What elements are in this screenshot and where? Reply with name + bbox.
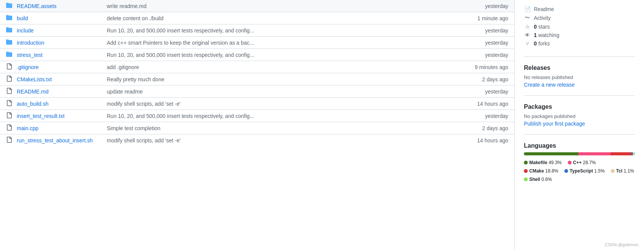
file-time: 14 hours ago xyxy=(455,101,508,107)
file-name-link[interactable]: introduction xyxy=(17,40,44,46)
packages-heading: Packages xyxy=(524,103,635,110)
lang-label: TypeScript 1.5% xyxy=(570,168,605,174)
lang-segment-cmake xyxy=(610,152,631,155)
fork-icon: ⑂ xyxy=(524,40,531,47)
file-name-link[interactable]: run_stress_test_about_insert.sh xyxy=(17,137,93,144)
lang-item: TypeScript 1.5% xyxy=(564,168,605,174)
file-commit-message: Really pretty much done xyxy=(101,76,455,82)
file-commit-message: Add c++ smart Pointers to keep the origi… xyxy=(101,40,455,46)
lang-segment-shell xyxy=(634,152,635,155)
file-name-link[interactable]: build xyxy=(17,15,28,21)
file-row: CMakeLists.txtReally pretty much done2 d… xyxy=(0,73,514,85)
file-commit-message: Run 10, 20, and 500,000 insert tests res… xyxy=(101,27,455,34)
language-bar xyxy=(524,152,635,155)
lang-item: CMake 18.8% xyxy=(524,168,558,174)
file-row: .gitignoreadd .gitignore9 minutes ago xyxy=(0,61,514,73)
file-icon xyxy=(6,124,14,132)
lang-dot xyxy=(524,177,528,181)
file-icon xyxy=(6,76,14,83)
file-time: yesterday xyxy=(455,52,508,58)
forks-row: ⑂ 0 forks xyxy=(524,40,635,47)
folder-icon xyxy=(6,15,14,22)
file-row: introductionAdd c++ smart Pointers to ke… xyxy=(0,37,514,49)
create-release-link[interactable]: Create a new release xyxy=(524,82,575,88)
watermark: CSDN @golemon. xyxy=(605,242,639,247)
lang-dot xyxy=(524,161,528,165)
star-icon: ☆ xyxy=(524,24,531,30)
lang-item: Makefile 49.3% xyxy=(524,160,562,165)
file-row: includeRun 10, 20, and 500,000 insert te… xyxy=(0,24,514,37)
file-row: main.cppSimple test completion2 days ago xyxy=(0,122,514,134)
file-name-link[interactable]: include xyxy=(17,27,34,34)
folder-icon xyxy=(6,2,14,10)
folder-icon xyxy=(6,27,14,34)
file-time: 14 hours ago xyxy=(455,137,508,144)
file-row: README.mdupdate readmeyesterday xyxy=(0,85,514,98)
file-time: yesterday xyxy=(455,89,508,95)
activity-row[interactable]: 〜 Activity xyxy=(524,15,635,21)
file-time: yesterday xyxy=(455,113,508,119)
file-icon xyxy=(6,112,14,119)
lang-dot xyxy=(564,169,568,173)
file-name-link[interactable]: main.cpp xyxy=(17,125,39,131)
readme-icon: 📄 xyxy=(524,6,531,12)
file-row: builddelete content on ./build1 minute a… xyxy=(0,12,514,24)
publish-package-link[interactable]: Publish your first package xyxy=(524,121,585,127)
lang-label: C++ 28.7% xyxy=(573,160,596,165)
lang-dot xyxy=(611,169,615,173)
file-time: 9 minutes ago xyxy=(455,64,508,70)
lang-dot xyxy=(524,169,528,173)
language-list: Makefile 49.3%C++ 28.7%CMake 18.8%TypeSc… xyxy=(524,160,635,182)
file-icon xyxy=(6,100,14,107)
file-name-link[interactable]: README.md xyxy=(17,89,48,95)
folder-icon xyxy=(6,39,14,46)
file-icon xyxy=(6,137,14,144)
file-time: 2 days ago xyxy=(455,125,508,131)
file-commit-message: Run 10, 20, and 500,000 insert tests res… xyxy=(101,113,455,119)
readme-row[interactable]: 📄 Readme xyxy=(524,6,635,12)
file-commit-message: write readme.md xyxy=(101,3,455,9)
file-name-link[interactable]: .gitignore xyxy=(17,64,39,70)
watching-row: 👁 1 watching xyxy=(524,32,635,38)
file-name-link[interactable]: stress_test xyxy=(17,52,43,58)
file-commit-message: Run 10, 20, and 500,000 insert tests res… xyxy=(101,52,455,58)
releases-section: Releases No releases published Create a … xyxy=(524,65,635,96)
file-icon xyxy=(6,63,14,71)
packages-none-label: No packages published xyxy=(524,113,635,119)
file-commit-message: modify shell scripts, add 'set -e' xyxy=(101,101,455,107)
lang-label: Makefile 49.3% xyxy=(529,160,562,165)
languages-section: Languages Makefile 49.3%C++ 28.7%CMake 1… xyxy=(524,142,635,190)
file-time: 2 days ago xyxy=(455,76,508,82)
file-name-link[interactable]: auto_build.sh xyxy=(17,101,48,107)
about-section: 📄 Readme 〜 Activity ☆ 0 stars 👁 1 watchi… xyxy=(524,6,635,57)
packages-section: Packages No packages published Publish y… xyxy=(524,103,635,135)
file-commit-message: modify shell scripts, add 'set -e' xyxy=(101,137,455,144)
languages-heading: Languages xyxy=(524,142,635,149)
releases-heading: Releases xyxy=(524,65,635,71)
file-row: run_stress_test_about_insert.shmodify sh… xyxy=(0,134,514,146)
lang-label: Shell 0.6% xyxy=(529,177,552,182)
file-name-link[interactable]: CMakeLists.txt xyxy=(17,76,52,82)
lang-label: Tcl 1.1% xyxy=(616,168,634,174)
file-time: yesterday xyxy=(455,27,508,34)
file-time: yesterday xyxy=(455,40,508,46)
eye-icon: 👁 xyxy=(524,32,531,38)
file-icon xyxy=(6,88,14,95)
file-commit-message: delete content on ./build xyxy=(101,15,455,21)
file-row: README.assetswrite readme.mdyesterday xyxy=(0,0,514,12)
file-commit-message: Simple test completion xyxy=(101,125,455,131)
file-row: stress_testRun 10, 20, and 500,000 inser… xyxy=(0,49,514,61)
lang-label: CMake 18.8% xyxy=(529,168,558,174)
lang-segment-c xyxy=(578,152,610,155)
lang-item: Shell 0.6% xyxy=(524,177,552,182)
lang-dot xyxy=(568,161,572,165)
file-name-link[interactable]: insert_test_result.txt xyxy=(17,113,64,119)
file-name-link[interactable]: README.assets xyxy=(17,3,56,9)
folder-icon xyxy=(6,51,14,58)
releases-none-label: No releases published xyxy=(524,74,635,80)
file-row: insert_test_result.txtRun 10, 20, and 50… xyxy=(0,110,514,122)
file-time: yesterday xyxy=(455,3,508,9)
lang-item: C++ 28.7% xyxy=(568,160,596,165)
file-time: 1 minute ago xyxy=(455,15,508,21)
file-commit-message: add .gitignore xyxy=(101,64,455,70)
